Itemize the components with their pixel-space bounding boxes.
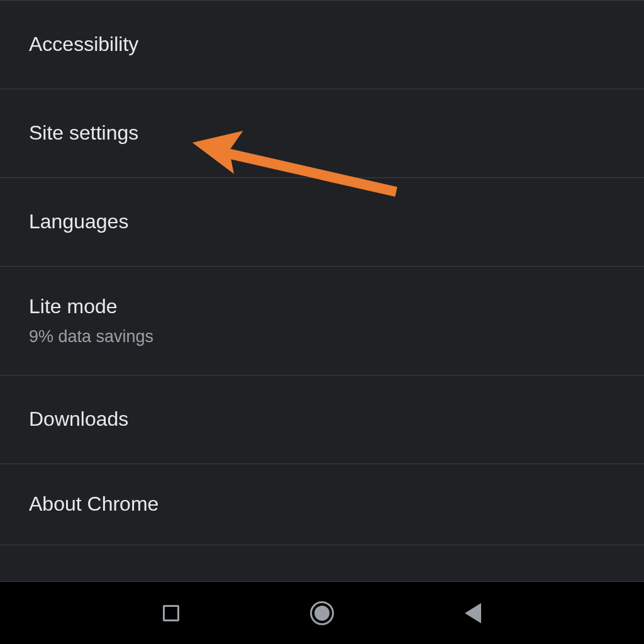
settings-item-languages[interactable]: Languages [0,178,644,267]
nav-home-button[interactable] [306,597,338,629]
settings-list: Accessibility Site settings Languages Li… [0,0,644,545]
settings-item-label: Accessibility [29,31,615,58]
home-icon [310,601,334,625]
navigation-bar [0,581,644,644]
nav-back-button[interactable] [457,597,489,629]
settings-item-label: Lite mode [29,294,615,320]
settings-item-downloads[interactable]: Downloads [0,375,644,464]
settings-item-label: About Chrome [29,491,615,518]
settings-item-label: Downloads [29,406,615,433]
settings-item-subtitle: 9% data savings [29,326,615,348]
settings-item-about-chrome[interactable]: About Chrome [0,464,644,545]
nav-recent-button[interactable] [155,597,187,629]
recent-apps-icon [163,605,179,621]
settings-item-lite-mode[interactable]: Lite mode 9% data savings [0,267,644,375]
settings-item-site-settings[interactable]: Site settings [0,89,644,178]
settings-item-accessibility[interactable]: Accessibility [0,1,644,89]
back-icon [465,603,481,623]
settings-item-label: Languages [29,209,615,235]
settings-item-label: Site settings [29,120,615,147]
